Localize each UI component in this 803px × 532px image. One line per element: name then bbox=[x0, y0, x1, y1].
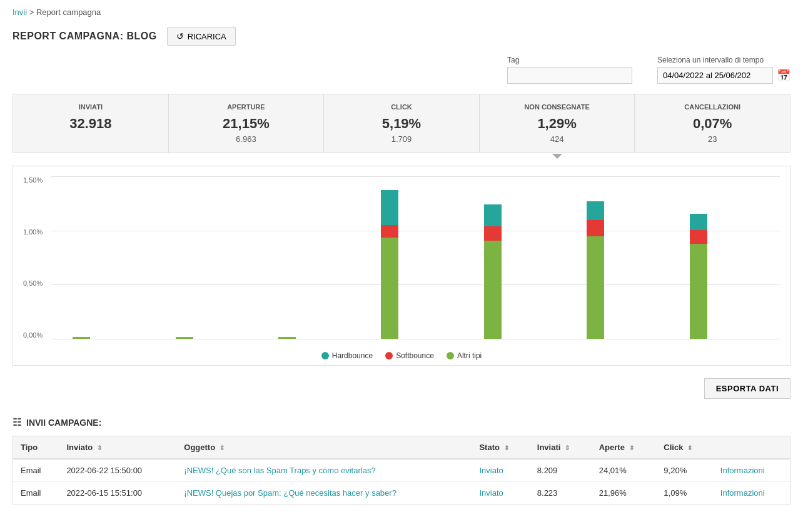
cell-oggetto-0: ¡NEWS! ¿Qué son las Spam Traps y cómo ev… bbox=[176, 459, 472, 482]
bar-softbounce-8 bbox=[484, 226, 502, 241]
info-link-0[interactable]: Informazioni bbox=[720, 466, 765, 475]
col-inviati: Inviati ⇕ bbox=[530, 436, 592, 459]
date-range-row: 📅 bbox=[657, 67, 790, 84]
info-link-1[interactable]: Informazioni bbox=[720, 488, 765, 498]
stat-value-inviati: 32.918 bbox=[19, 116, 162, 132]
cell-info-1: Informazioni bbox=[713, 482, 790, 504]
export-row: ESPORTA DATI bbox=[0, 378, 803, 409]
bar-altritipi-2 bbox=[176, 337, 193, 339]
y-label-050: 0,50% bbox=[23, 279, 48, 287]
sort-icon-inviato[interactable]: ⇕ bbox=[97, 444, 102, 451]
cell-inviati-1: 8.223 bbox=[530, 482, 592, 504]
tooltip-arrow bbox=[552, 154, 562, 159]
bar-stack-6 bbox=[381, 190, 398, 339]
tag-input[interactable] bbox=[507, 67, 632, 84]
chart-legend: Hardbounce Softbounce Altri tipi bbox=[23, 351, 780, 360]
sort-icon-oggetto[interactable]: ⇕ bbox=[220, 444, 225, 451]
breadcrumb-link[interactable]: Invii bbox=[13, 8, 27, 17]
reload-label: RICARICA bbox=[188, 32, 226, 41]
cell-inviato-0: 2022-06-22 15:50:00 bbox=[59, 459, 176, 482]
bar-hardbounce-12 bbox=[690, 214, 707, 229]
stats-row: INVIATI 32.918 APERTURE 21,15% 6.963 CLI… bbox=[13, 94, 790, 153]
stato-value-1: Inviato bbox=[479, 488, 503, 498]
grid-line-bottom bbox=[51, 339, 780, 339]
cell-tipo-1: Email bbox=[13, 482, 59, 504]
stat-card-cancellazioni: CANCELLAZIONI 0,07% 23 bbox=[635, 94, 790, 153]
bar-group-0 bbox=[58, 176, 105, 339]
bar-altritipi-0 bbox=[73, 337, 90, 339]
stat-label-click: CLICK bbox=[330, 103, 473, 111]
bar-altritipi-8 bbox=[484, 241, 502, 339]
bar-group-10 bbox=[572, 176, 619, 339]
bar-stack-8 bbox=[484, 204, 502, 339]
bar-hardbounce-6 bbox=[381, 190, 398, 225]
bar-group-4 bbox=[263, 176, 311, 339]
bar-group-1 bbox=[109, 176, 156, 339]
bar-group-11 bbox=[623, 176, 670, 339]
chart-bars-area bbox=[51, 176, 780, 339]
stat-card-non-consegnate: NON CONSEGNATE 1,29% 424 bbox=[480, 94, 635, 153]
legend-label-softbounce: Softbounce bbox=[396, 351, 434, 360]
stat-value-aperture: 21,15% bbox=[175, 116, 318, 132]
bar-group-9 bbox=[520, 176, 568, 339]
stat-label-non-consegnate: NON CONSEGNATE bbox=[486, 103, 629, 111]
legend-hardbounce: Hardbounce bbox=[321, 351, 373, 360]
bar-altritipi-6 bbox=[381, 238, 398, 339]
chart-y-labels: 1,50% 1,00% 0,50% 0,00% bbox=[23, 176, 48, 339]
legend-dot-softbounce bbox=[385, 352, 393, 359]
stat-sub-cancellazioni: 23 bbox=[641, 134, 784, 144]
cell-info-0: Informazioni bbox=[713, 459, 790, 482]
cell-click-1: 1,09% bbox=[656, 482, 712, 504]
oggetto-link-0[interactable]: ¡NEWS! ¿Qué son las Spam Traps y cómo ev… bbox=[184, 466, 375, 475]
sort-icon-stato[interactable]: ⇕ bbox=[504, 444, 509, 451]
sort-icon-aperte[interactable]: ⇕ bbox=[629, 444, 634, 451]
cell-inviato-1: 2022-06-15 15:51:00 bbox=[59, 482, 176, 504]
section-title: ☷ INVII CAMPAGNE: bbox=[0, 409, 803, 436]
oggetto-link-1[interactable]: ¡NEWS! Quejas por Spam: ¿Qué necesitas h… bbox=[184, 488, 396, 498]
cell-inviati-0: 8.209 bbox=[530, 459, 592, 482]
col-actions bbox=[713, 436, 790, 459]
page-title: REPORT CAMPAGNA: BLOG bbox=[13, 31, 157, 42]
section-title-text: INVII CAMPAGNE: bbox=[26, 418, 101, 428]
chart-inner: 1,50% 1,00% 0,50% 0,00% bbox=[23, 176, 780, 339]
calendar-icon[interactable]: 📅 bbox=[777, 69, 790, 83]
table-body: Email 2022-06-22 15:50:00 ¡NEWS! ¿Qué so… bbox=[13, 459, 790, 504]
tag-filter-group: Tag bbox=[507, 56, 632, 84]
col-inviato: Inviato ⇕ bbox=[59, 436, 176, 459]
filters-row: Tag Seleziona un intervallo di tempo 📅 bbox=[0, 56, 803, 94]
bar-softbounce-12 bbox=[690, 230, 707, 244]
stat-card-aperture: APERTURE 21,15% 6.963 bbox=[169, 94, 325, 153]
table-container: Tipo Inviato ⇕ Oggetto ⇕ Stato ⇕ Inviati… bbox=[13, 436, 790, 504]
stat-sub-aperture: 6.963 bbox=[175, 134, 318, 144]
cell-aperte-0: 24,01% bbox=[592, 459, 657, 482]
cell-click-0: 9,20% bbox=[656, 459, 712, 482]
col-oggetto: Oggetto ⇕ bbox=[176, 436, 472, 459]
bar-group-5 bbox=[315, 176, 362, 339]
stat-label-aperture: APERTURE bbox=[175, 103, 318, 111]
date-range-input[interactable] bbox=[657, 67, 773, 84]
legend-label-altritipi: Altri tipi bbox=[457, 351, 482, 360]
stat-label-inviati: INVIATI bbox=[19, 103, 162, 111]
stato-value-0: Inviato bbox=[479, 466, 503, 475]
legend-label-hardbounce: Hardbounce bbox=[332, 351, 373, 360]
bar-group-7 bbox=[418, 176, 465, 339]
table-row: Email 2022-06-15 15:51:00 ¡NEWS! Quejas … bbox=[13, 482, 790, 504]
reload-icon: ↺ bbox=[176, 31, 184, 41]
table-header-row: Tipo Inviato ⇕ Oggetto ⇕ Stato ⇕ Inviati… bbox=[13, 436, 790, 459]
bar-hardbounce-8 bbox=[484, 204, 502, 226]
bar-stack-4 bbox=[278, 337, 296, 339]
table-row: Email 2022-06-22 15:50:00 ¡NEWS! ¿Qué so… bbox=[13, 459, 790, 482]
legend-dot-hardbounce bbox=[321, 352, 329, 359]
tag-label: Tag bbox=[507, 56, 632, 64]
sort-icon-inviati[interactable]: ⇕ bbox=[565, 444, 570, 451]
sort-icon-click[interactable]: ⇕ bbox=[687, 444, 692, 451]
bar-hardbounce-10 bbox=[587, 201, 604, 220]
stat-sub-click: 1.709 bbox=[330, 134, 473, 144]
col-stato: Stato ⇕ bbox=[472, 436, 529, 459]
stat-sub-non-consegnate: 424 bbox=[486, 134, 629, 144]
reload-button[interactable]: ↺ RICARICA bbox=[167, 27, 236, 46]
y-label-000: 0,00% bbox=[23, 331, 48, 339]
export-button[interactable]: ESPORTA DATI bbox=[704, 378, 790, 399]
legend-dot-altritipi bbox=[447, 352, 454, 359]
bar-softbounce-10 bbox=[587, 220, 604, 236]
